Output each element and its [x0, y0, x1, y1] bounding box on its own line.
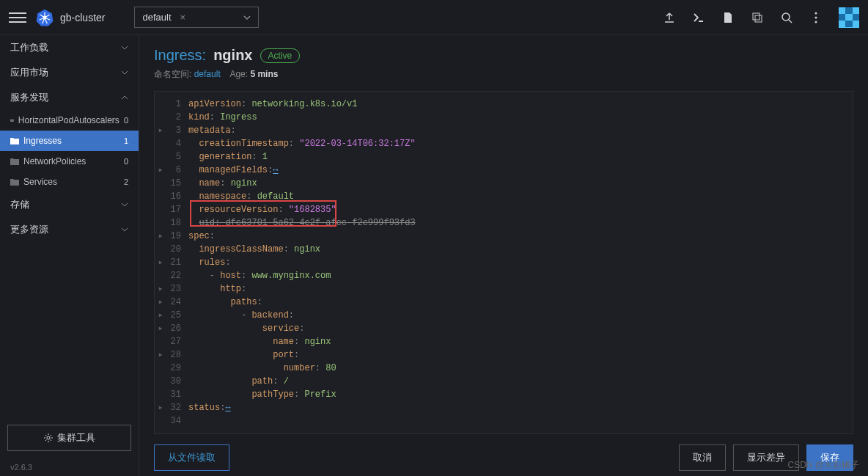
chevron-up-icon	[121, 94, 128, 101]
nav-group-workload[interactable]: 工作负载	[0, 35, 139, 60]
chevron-down-icon	[121, 69, 128, 76]
watermark: CSDN @水彩橘子	[787, 459, 859, 472]
yaml-editor[interactable]: 1apiVersion: networking.k8s.io/v1 2kind:…	[154, 91, 853, 434]
terminal-icon[interactable]	[692, 11, 705, 24]
kebab-menu-icon[interactable]	[809, 11, 823, 24]
resource-name: nginx	[213, 47, 252, 64]
document-icon[interactable]	[721, 11, 735, 24]
svg-point-13	[815, 12, 817, 14]
sidebar-item-networkpolicies[interactable]: NetworkPolicies 0	[0, 151, 139, 172]
search-icon[interactable]	[780, 11, 793, 24]
sidebar-item-services[interactable]: Services 2	[0, 172, 139, 192]
chevron-down-icon	[121, 44, 128, 51]
copy-icon[interactable]	[751, 11, 764, 24]
sidebar-item-ingresses[interactable]: Ingresses 1	[0, 131, 139, 151]
status-badge: Active	[260, 48, 301, 63]
avatar[interactable]	[839, 7, 859, 28]
svg-point-11	[782, 13, 790, 21]
namespace-value: default	[142, 12, 171, 23]
nav-group-discovery[interactable]: 服务发现	[0, 85, 139, 110]
sidebar-item-hpa[interactable]: HorizontalPodAutoscalers 0	[0, 110, 139, 131]
namespace-link[interactable]: default	[194, 69, 221, 79]
folder-icon	[10, 137, 19, 144]
svg-rect-10	[755, 15, 762, 22]
namespace-select[interactable]: default ×	[134, 7, 259, 28]
cluster-tools-button[interactable]: 集群工具	[7, 425, 131, 451]
menu-icon[interactable]	[9, 9, 26, 26]
nav-group-apps[interactable]: 应用市场	[0, 60, 139, 85]
nav-group-more[interactable]: 更多资源	[0, 217, 139, 242]
svg-point-16	[47, 436, 50, 439]
svg-line-12	[789, 20, 792, 23]
cancel-button[interactable]: 取消	[679, 444, 726, 471]
meta-row: 命名空间: default Age: 5 mins	[154, 68, 853, 81]
folder-icon	[10, 178, 19, 186]
kubernetes-logo	[35, 8, 54, 27]
svg-point-15	[815, 21, 817, 23]
chevron-down-icon	[121, 201, 128, 208]
namespace-clear-icon[interactable]: ×	[180, 12, 186, 23]
folder-icon	[10, 117, 14, 124]
svg-point-14	[815, 16, 817, 18]
chevron-down-icon	[243, 14, 251, 21]
gear-icon	[44, 433, 53, 442]
version: v2.6.3	[0, 458, 139, 476]
svg-rect-9	[753, 13, 760, 20]
nav-group-storage[interactable]: 存储	[0, 192, 139, 217]
chevron-down-icon	[121, 226, 128, 233]
read-from-file-button[interactable]: 从文件读取	[154, 444, 229, 471]
upload-icon[interactable]	[663, 11, 676, 24]
cluster-name[interactable]: gb-cluster	[60, 12, 105, 23]
folder-icon	[10, 158, 19, 165]
resource-type: Ingress:	[154, 47, 206, 64]
